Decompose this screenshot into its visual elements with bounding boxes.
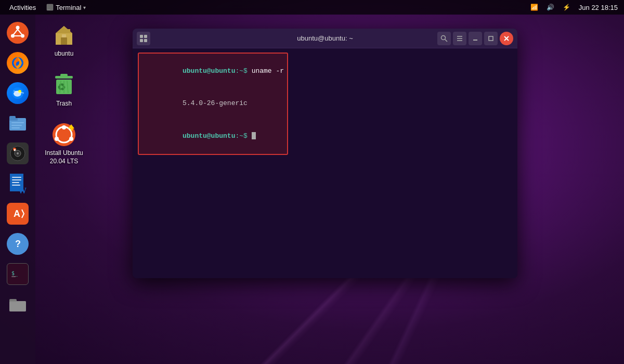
terminal-titlebar-right [437,32,513,45]
svg-rect-57 [144,35,147,38]
terminal-menu-btn[interactable] [453,32,466,45]
terminal-menu-button[interactable]: _ Terminal ▾ [43,3,89,12]
firefox-icon [7,52,29,74]
terminal-title: ubuntu@ubuntu: ~ [297,34,353,42]
terminal-dock-icon: $_ [7,263,29,285]
svg-text:_: _ [48,5,50,10]
datetime-display[interactable]: Jun 22 18:15 [579,4,618,11]
svg-rect-36 [9,301,26,311]
desktop-icon-ubuntu-home[interactable]: ubuntu [41,21,87,60]
install-ubuntu-icon [51,122,76,147]
folder-bottom-icon [7,293,29,315]
terminal-titlebar: ubuntu@ubuntu: ~ [133,29,517,48]
desktop: Activities _ Terminal ▾ 📶 🔊 ⚡ Jun 22 18:… [0,0,624,364]
svg-rect-41 [67,29,70,33]
terminal-titlebar-left [137,32,150,45]
activities-button[interactable]: Activities [6,3,39,12]
dock-item-thunderbird[interactable] [2,80,33,107]
svg-line-61 [445,39,448,42]
terminal-line-1: ubuntu@ubuntu:~$ uname -r [142,55,284,87]
topbar-left: Activities _ Terminal ▾ [6,3,89,12]
dock-item-firefox[interactable] [2,50,33,77]
dock-item-help[interactable]: ? [2,231,33,258]
dock-item-rhythmbox[interactable] [2,140,33,167]
svg-text:?: ? [15,239,21,249]
dock-item-files-bottom[interactable] [2,291,33,318]
rhythmbox-icon [7,142,29,164]
terminal-maximize-button[interactable] [484,32,498,45]
svg-rect-59 [144,39,147,42]
svg-rect-39 [61,37,67,45]
writer-icon: W [7,173,29,194]
svg-rect-15 [11,127,20,128]
svg-point-3 [16,26,20,30]
terminal-minimize-button[interactable] [469,32,482,45]
svg-rect-58 [140,39,143,42]
terminal-highlighted-region: ubuntu@ubuntu:~$ uname -r 5.4.0-26-gener… [138,53,288,155]
home-folder-label: ubuntu [55,50,74,58]
terminal-close-button[interactable] [500,32,513,45]
command-text-1: uname -r [252,67,284,75]
svg-point-51 [62,125,66,129]
svg-rect-13 [11,122,24,123]
terminal-new-tab-button[interactable] [137,32,150,45]
files-icon [7,112,29,134]
network-icon: 📶 [530,4,538,11]
svg-text:A: A [14,209,20,219]
output-text-1: 5.4.0-26-generic [183,99,248,107]
svg-point-18 [17,152,19,154]
desktop-icons-area: ubuntu ♻ Trash [41,21,87,167]
prompt-user-1: ubuntu@ubuntu [183,67,235,75]
topbar-right: 📶 🔊 ⚡ Jun 22 18:15 [530,4,618,11]
topbar: Activities _ Terminal ▾ 📶 🔊 ⚡ Jun 22 18:… [0,0,624,15]
appstore-icon: A [7,203,29,225]
terminal-cursor [252,132,256,139]
svg-point-53 [69,137,73,141]
dock: W A ? [0,15,35,364]
thunderbird-icon [7,82,29,104]
desktop-icon-install-ubuntu[interactable]: Install Ubuntu 20.04 LTS [41,120,87,167]
trash-label: Trash [56,100,72,108]
ubuntu-logo-icon [7,22,29,44]
svg-text:W: W [18,186,27,194]
svg-rect-40 [62,34,66,37]
svg-text:$_: $_ [11,270,18,277]
terminal-search-button[interactable] [437,32,451,45]
svg-point-52 [55,137,59,141]
dock-item-files[interactable] [2,110,33,137]
svg-rect-66 [489,36,493,41]
svg-rect-25 [12,185,20,186]
desktop-icon-trash[interactable]: ♻ Trash [41,71,87,110]
prompt-user-2: ubuntu@ubuntu [183,132,235,140]
dock-item-appstore[interactable]: A [2,201,33,228]
terminal-line-3: ubuntu@ubuntu:~$ [142,120,284,152]
dock-item-writer[interactable]: W [2,171,33,198]
sound-icon: 🔊 [547,4,554,11]
home-folder-icon [51,23,76,48]
svg-rect-23 [12,179,21,180]
svg-rect-12 [9,116,16,119]
svg-rect-14 [11,125,22,126]
svg-rect-56 [140,35,143,38]
svg-rect-33 [11,276,16,277]
terminal-menu-icon: _ [46,4,54,11]
dock-item-terminal[interactable]: $_ [2,261,33,288]
dock-item-ubuntu[interactable] [2,20,33,47]
terminal-body[interactable]: ubuntu@ubuntu:~$ uname -r 5.4.0-26-gener… [133,48,517,278]
terminal-window: ubuntu@ubuntu: ~ [133,29,517,278]
svg-rect-22 [12,177,21,178]
power-icon: ⚡ [563,4,570,11]
svg-point-60 [441,35,446,40]
help-icon: ? [7,233,29,255]
terminal-line-2: 5.4.0-26-generic [142,87,284,120]
install-ubuntu-label: Install Ubuntu 20.04 LTS [45,149,83,165]
svg-rect-43 [60,74,68,76]
svg-rect-55 [71,126,73,131]
trash-icon: ♻ [51,73,76,98]
svg-rect-24 [12,182,19,183]
